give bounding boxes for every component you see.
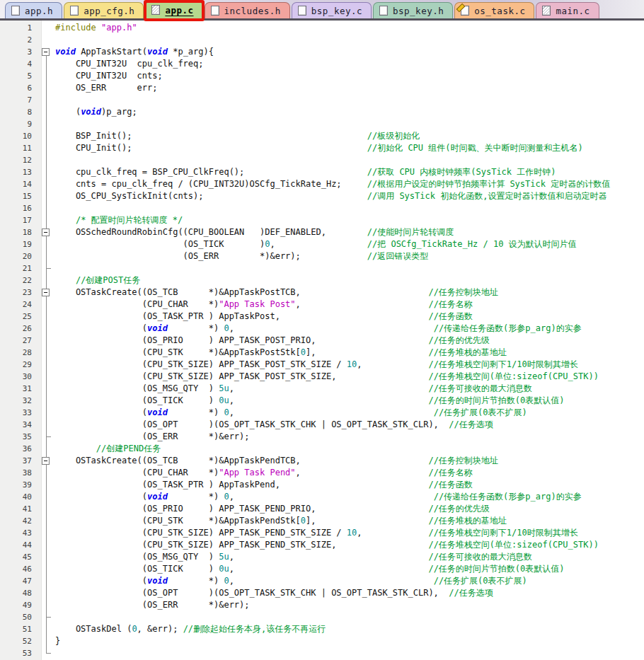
line-number: 11 xyxy=(0,142,41,154)
code-line: 8 (void)p_arg; xyxy=(0,106,644,118)
code-text[interactable]: CPU_INT32U cpu_clk_freq; xyxy=(55,58,204,70)
code-text[interactable]: #include "app.h" xyxy=(55,22,137,34)
code-text[interactable]: OSTaskDel (0, &err); //删除起始任务本身,该任务不再运行 xyxy=(55,623,326,635)
line-number: 52 xyxy=(0,635,41,647)
tab-app-h[interactable]: app.h xyxy=(5,2,62,18)
line-number: 41 xyxy=(0,503,41,515)
code-text[interactable]: (OS_MSG_QTY ) 5u, //任务可接收的最大消息数 xyxy=(55,551,532,563)
fold-rail xyxy=(41,202,53,214)
code-text[interactable]: /* 配置时间片轮转调度 */ xyxy=(55,214,183,226)
code-text[interactable]: (OS_PRIO ) APP_TASK_POST_PRIO, //任务的优先级 xyxy=(55,335,490,347)
code-text[interactable]: OSSchedRoundRobinCfg((CPU_BOOLEAN )DEF_E… xyxy=(55,226,454,238)
code-text[interactable]: (OS_MSG_QTY ) 5u, //任务可接收的最大消息数 xyxy=(55,383,532,395)
tab-includes-h[interactable]: includes.h xyxy=(205,2,290,18)
code-text[interactable]: cnts = cpu_clk_freq / (CPU_INT32U)OSCfg_… xyxy=(55,178,610,190)
code-text[interactable]: (OS_OPT )(OS_OPT_TASK_STK_CHK | OS_OPT_T… xyxy=(55,419,493,431)
line-number: 26 xyxy=(0,323,41,335)
code-comment: //任务选项 xyxy=(449,588,493,598)
code-text[interactable]: OSTaskCreate((OS_TCB *)&AppTaskPendTCB, … xyxy=(55,455,498,467)
document-icon xyxy=(211,6,219,16)
line-number: 15 xyxy=(0,190,41,202)
code-line: 1 #include "app.h" xyxy=(0,22,644,34)
line-number: 36 xyxy=(0,443,41,455)
code-text[interactable]: (OS_TASK_PTR ) AppTaskPend, //任务函数 xyxy=(55,479,473,491)
code-comment: //任务堆栈空间(单位:sizeof(CPU_STK)) xyxy=(428,371,599,381)
fold-rail xyxy=(41,575,53,587)
file-tab-label: bsp_key.h xyxy=(393,6,444,16)
code-text[interactable]: (OS_TICK ) 0u, //任务的时间片节拍数(0表默认值) xyxy=(55,563,565,575)
code-text[interactable]: (void)p_arg; xyxy=(55,106,137,118)
fold-rail xyxy=(41,130,53,142)
code-text[interactable]: (CPU_STK_SIZE) APP_TASK_PEND_STK_SIZE / … xyxy=(55,527,578,539)
code-comment: //删除起始任务本身,该任务不再运行 xyxy=(183,624,326,634)
code-text[interactable]: OS_CPU_SysTickInit(cnts); //调用 SysTick 初… xyxy=(55,190,606,202)
line-number: 43 xyxy=(0,527,41,539)
code-text[interactable]: (OS_ERR *)&err); xyxy=(55,431,250,443)
code-text[interactable]: } xyxy=(55,635,60,647)
code-text[interactable]: BSP_Init(); //板级初始化 xyxy=(55,130,420,142)
code-text[interactable]: CPU_Init(); //初始化 CPU 组件(时间戳、关中断时间测量和主机名… xyxy=(55,142,583,154)
code-line: 53 xyxy=(0,647,644,659)
document-icon xyxy=(298,6,306,16)
code-comment: //任务控制块地址 xyxy=(428,287,498,297)
fold-rail xyxy=(41,118,53,130)
code-line: 45 (OS_MSG_QTY ) 5u, //任务可接收的最大消息数 xyxy=(0,551,644,563)
fold-rail xyxy=(41,250,53,262)
fold-rail xyxy=(41,431,53,443)
tab-bsp-key-c[interactable]: bsp_key.c xyxy=(292,2,372,18)
fold-toggle-icon[interactable] xyxy=(42,48,50,56)
tab-bsp-key-h[interactable]: bsp_key.h xyxy=(373,2,453,18)
code-text[interactable]: (void *) 0, //任务扩展(0表不扩展) xyxy=(55,575,527,587)
line-number: 39 xyxy=(0,479,41,491)
code-text[interactable]: (void *) 0, //传递给任务函数(形参p_arg)的实参 xyxy=(55,323,582,335)
tab-main-c[interactable]: main.c xyxy=(536,2,599,18)
code-comment: //使能时间片轮转调度 xyxy=(367,227,454,237)
code-editor[interactable]: 1 #include "app.h" 2 3 void AppTaskStart… xyxy=(0,21,644,660)
code-text[interactable]: (OS_OPT )(OS_OPT_TASK_STK_CHK | OS_OPT_T… xyxy=(55,587,493,599)
code-text[interactable]: (OS_TASK_PTR ) AppTaskPost, //任务函数 xyxy=(55,311,473,323)
file-tab-label: app.h xyxy=(25,6,53,16)
file-tab-label: main.c xyxy=(556,6,590,16)
code-text[interactable]: (OS_TICK ) 0u, //任务的时间片节拍数(0表默认值) xyxy=(55,395,565,407)
code-text[interactable]: //创建POST任务 xyxy=(55,274,140,286)
code-text[interactable]: void AppTaskStart(void *p_arg){ xyxy=(55,46,214,58)
code-text[interactable]: (void *) 0, //传递给任务函数(形参p_arg)的实参 xyxy=(55,491,582,503)
fold-toggle-icon[interactable] xyxy=(42,457,50,465)
code-text[interactable]: (OS_ERR *)&err); //返回错误类型 xyxy=(55,250,428,262)
code-text[interactable]: (CPU_CHAR *)"App Task Post", //任务名称 xyxy=(55,299,473,311)
code-line: 39 (OS_TASK_PTR ) AppTaskPend, //任务函数 xyxy=(0,479,644,491)
code-comment: //板级初始化 xyxy=(367,131,420,141)
tab-app-cfg-h[interactable]: app_cfg.h xyxy=(64,2,144,18)
code-line: 7 xyxy=(0,94,644,106)
code-text[interactable]: cpu_clk_freq = BSP_CPU_ClkFreq(); //获取 C… xyxy=(55,166,556,178)
fold-toggle-icon[interactable] xyxy=(42,228,50,236)
line-number: 10 xyxy=(0,130,41,142)
code-text[interactable]: (CPU_STK_SIZE) APP_TASK_POST_STK_SIZE / … xyxy=(55,359,578,371)
code-text[interactable]: (OS_PRIO ) APP_TASK_PEND_PRIO, //任务的优先级 xyxy=(55,503,490,515)
code-text[interactable]: (CPU_STK_SIZE) APP_TASK_PEND_STK_SIZE, /… xyxy=(55,539,599,551)
code-line: 18 OSSchedRoundRobinCfg((CPU_BOOLEAN )DE… xyxy=(0,226,644,238)
fold-rail xyxy=(41,274,53,286)
code-text[interactable]: OSTaskCreate((OS_TCB *)&AppTaskPostTCB, … xyxy=(55,286,498,299)
code-text[interactable]: //创建PEND任务 xyxy=(55,443,161,455)
fold-rail xyxy=(41,371,53,383)
tab-app-c[interactable]: app.c xyxy=(145,1,202,18)
fold-toggle-icon[interactable] xyxy=(42,289,50,296)
code-comment: //调用 SysTick 初始化函数,设置定时器计数值和启动定时器 xyxy=(367,191,607,201)
line-number: 16 xyxy=(0,202,41,214)
code-text[interactable]: (CPU_CHAR *)"App Task Pend", //任务名称 xyxy=(55,467,473,479)
code-text[interactable]: CPU_INT32U cnts; xyxy=(55,70,163,82)
code-text[interactable]: (OS_TICK )0, //把 OSCfg_TickRate_Hz / 10 … xyxy=(55,238,577,250)
code-text[interactable]: (CPU_STK *)&AppTaskPostStk[0], //任务堆栈的基地… xyxy=(55,347,507,359)
tab-os-task-c[interactable]: os_task.c xyxy=(454,2,534,18)
code-text[interactable]: (CPU_STK *)&AppTaskPendStk[0], //任务堆栈的基地… xyxy=(55,515,507,527)
code-comment: //任务名称 xyxy=(428,299,472,309)
fold-rail xyxy=(41,190,53,202)
line-number: 4 xyxy=(0,58,41,70)
code-text[interactable]: (void *) 0, //任务扩展(0表不扩展) xyxy=(55,407,527,419)
code-line: 3 void AppTaskStart(void *p_arg){ xyxy=(0,46,644,58)
code-text[interactable]: (CPU_STK_SIZE) APP_TASK_POST_STK_SIZE, /… xyxy=(55,371,599,383)
code-text[interactable]: (OS_ERR *)&err); xyxy=(55,599,250,611)
fold-rail xyxy=(41,539,53,551)
code-text[interactable]: OS_ERR err; xyxy=(55,82,158,94)
